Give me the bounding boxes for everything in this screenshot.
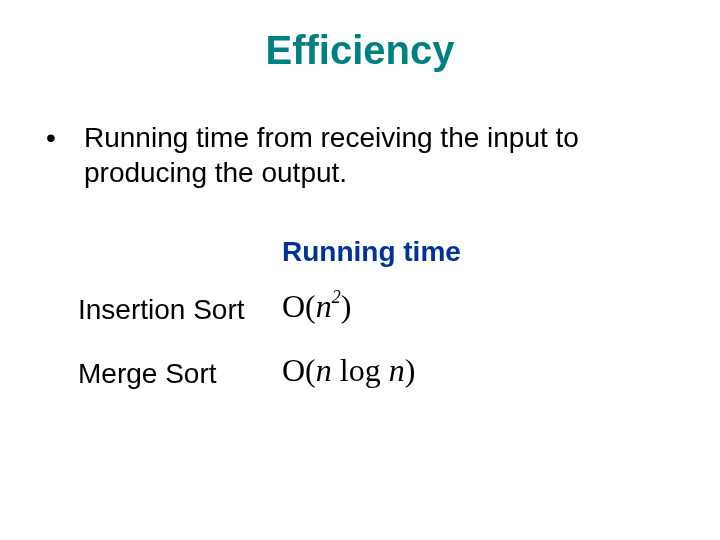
- bigO-insertion-sort: O(n2): [282, 288, 351, 325]
- column-header-running-time: Running time: [282, 236, 461, 268]
- bigO-merge-sort: O(n log n): [282, 352, 415, 389]
- row-label-merge-sort: Merge Sort: [78, 358, 217, 390]
- bullet-item: • Running time from receiving the input …: [40, 120, 680, 190]
- bigO-var: n: [316, 352, 332, 388]
- row-label-insertion-sort: Insertion Sort: [78, 294, 245, 326]
- bullet-marker: •: [40, 120, 84, 190]
- bigO-exp: 2: [332, 287, 341, 307]
- slide: Efficiency • Running time from receiving…: [0, 0, 720, 540]
- body-text: • Running time from receiving the input …: [40, 120, 680, 190]
- bigO-suffix-log: log: [340, 352, 381, 388]
- slide-title: Efficiency: [0, 28, 720, 73]
- bullet-text: Running time from receiving the input to…: [84, 120, 680, 190]
- bigO-var: n: [316, 288, 332, 324]
